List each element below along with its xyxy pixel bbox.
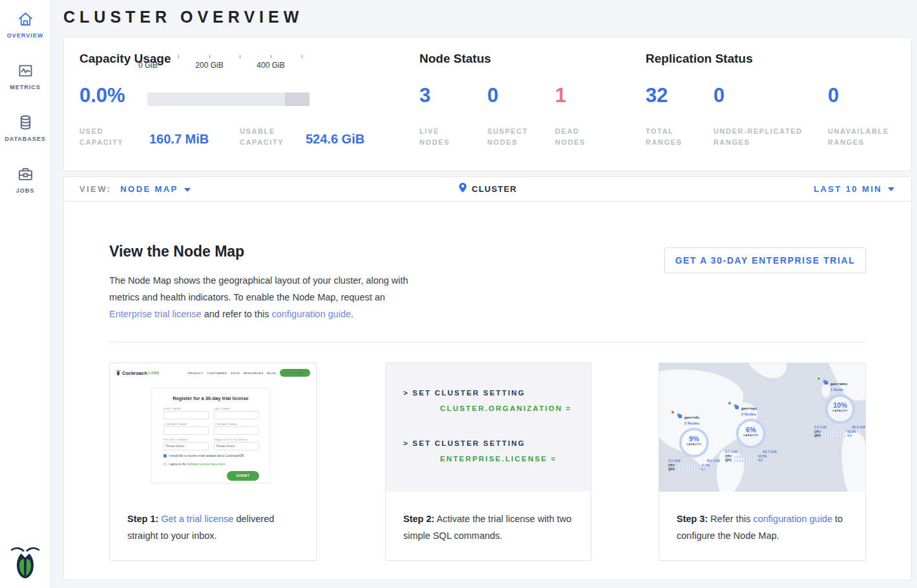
unavailable-ranges-label: UNAVAILABLERANGES bbox=[828, 126, 889, 148]
capacity-gauge-reserved-segment bbox=[285, 92, 310, 106]
sidebar-item-metrics[interactable]: METRICS bbox=[0, 62, 50, 90]
used-capacity-value: 160.7 MiB bbox=[149, 132, 209, 147]
cockroachdb-bug-logo bbox=[10, 545, 41, 580]
configuration-guide-link[interactable]: configuration guide bbox=[271, 309, 351, 319]
time-range-selector[interactable]: LAST 10 MIN bbox=[814, 177, 894, 201]
field-label: COMPANY EMAIL bbox=[214, 423, 238, 426]
map-region-nyc: geo=nyc2 Nodes 6% CAPACITY 3.7 GiB63.7 G… bbox=[724, 401, 778, 462]
used-capacity-label: USEDCAPACITY bbox=[79, 126, 123, 148]
total-ranges-value: 32 bbox=[646, 84, 668, 107]
get-enterprise-trial-button[interactable]: GET A 30-DAY ENTERPRISE TRIAL bbox=[664, 247, 866, 273]
gauge-tick bbox=[302, 55, 302, 58]
breadcrumb-cluster: CLUSTER bbox=[472, 184, 517, 194]
sql-commands-thumbnail: > SET CLUSTER SETTING CLUSTER.ORGANIZATI… bbox=[386, 363, 591, 492]
databases-icon bbox=[0, 114, 50, 131]
chevron-down-icon bbox=[888, 187, 894, 191]
submit-pill: SUBMIT bbox=[227, 471, 259, 481]
jobs-icon bbox=[0, 165, 50, 183]
reason-select: Please Select bbox=[214, 442, 259, 450]
sql-line: > SET CLUSTER SETTING bbox=[403, 389, 525, 397]
step-2-card: > SET CLUSTER SETTING CLUSTER.ORGANIZATI… bbox=[385, 362, 591, 561]
cockroach-labs-logo: Cockroach LABS bbox=[116, 370, 159, 376]
site-nav-item: PRODUCT bbox=[187, 372, 203, 375]
gauge-tick bbox=[240, 55, 240, 58]
project-phase-select: Please Select bbox=[163, 442, 209, 450]
site-nav: PRODUCT CUSTOMERS DOCS RESOURCES BLOG DO… bbox=[187, 369, 310, 377]
capacity-ring: 6% CAPACITY bbox=[736, 419, 766, 448]
map-region-sfo: geo=sfo2 Nodes 9% CAPACITY 3.2 GiB351 Gi… bbox=[667, 410, 721, 471]
live-node-dot bbox=[728, 401, 732, 405]
enterprise-trial-license-link[interactable]: Enterprise trial license bbox=[109, 309, 202, 319]
field-label: PROJECT PHASE bbox=[163, 438, 187, 441]
last-name-input bbox=[214, 411, 259, 419]
unavailable-ranges-value: 0 bbox=[828, 84, 839, 107]
field-label: REASON FOR INTEREST bbox=[214, 438, 248, 441]
get-trial-license-link[interactable]: Get a trial license bbox=[161, 514, 233, 524]
sidebar-item-label: DATABASES bbox=[0, 136, 50, 142]
sidebar-item-label: JOBS bbox=[0, 187, 50, 194]
capacity-percent: 0.0% bbox=[79, 84, 125, 107]
site-nav-item: BLOG bbox=[267, 372, 276, 375]
sidebar-item-jobs[interactable]: JOBS bbox=[0, 165, 50, 194]
step-1-card: Cockroach LABS PRODUCT CUSTOMERS DOCS RE… bbox=[109, 362, 317, 561]
section-divider bbox=[109, 342, 866, 342]
form-title: Register for a 30-day trial license bbox=[152, 395, 269, 401]
under-replicated-ranges-label: UNDER-REPLICATEDRANGES bbox=[713, 126, 803, 148]
live-node-dot bbox=[817, 377, 821, 381]
description-text: . bbox=[351, 309, 353, 319]
view-bar: VIEW: NODE MAP CLUSTER LAST 10 MIN bbox=[63, 176, 912, 202]
live-nodes-value: 3 bbox=[419, 84, 430, 107]
download-pill: DOWNLOAD bbox=[280, 369, 310, 377]
capacity-ring: 10% CAPACITY bbox=[825, 394, 855, 424]
usable-capacity-value: 524.6 GiB bbox=[306, 132, 364, 147]
sql-line: ENTERPRISE.LICENSE = bbox=[440, 455, 556, 463]
registration-page-thumbnail: Cockroach LABS PRODUCT CUSTOMERS DOCS RE… bbox=[110, 363, 316, 496]
trial-license-form: Register for a 30-day trial license FIRS… bbox=[151, 388, 270, 483]
map-region-ams: geo=ams1 Node 10% CAPACITY 3.6 GiB36.6 G… bbox=[813, 376, 865, 437]
gauge-tick bbox=[271, 55, 271, 58]
under-replicated-ranges-value: 0 bbox=[713, 84, 724, 107]
node-map-description: The Node Map shows the geographical layo… bbox=[109, 272, 412, 322]
sidebar-item-databases[interactable]: DATABASES bbox=[0, 114, 50, 142]
node-cube-icon bbox=[677, 410, 682, 421]
step-1-caption: Step 1: Get a trial license delivered st… bbox=[127, 510, 302, 544]
site-nav-item: RESOURCES bbox=[244, 372, 264, 375]
cluster-summary-card: Capacity Usage 0.0% 0 GiB 200 GiB 400 Gi… bbox=[63, 37, 912, 171]
capacity-ring: 9% CAPACITY bbox=[679, 428, 709, 457]
sidebar-item-overview[interactable]: OVERVIEW bbox=[0, 10, 50, 39]
sidebar-item-label: METRICS bbox=[0, 84, 50, 90]
gauge-tick-label: 400 GiB bbox=[257, 61, 284, 70]
usable-capacity-label: USABLECAPACITY bbox=[240, 126, 284, 148]
company-email-input bbox=[214, 426, 259, 435]
location-pin-icon bbox=[458, 182, 467, 196]
capacity-gauge bbox=[147, 92, 310, 106]
dead-nodes-label: DEADNODES bbox=[555, 126, 585, 148]
node-status-title: Node Status bbox=[419, 52, 491, 66]
metrics-icon bbox=[0, 62, 50, 79]
configuration-guide-link[interactable]: configuration guide bbox=[753, 514, 832, 524]
field-label: LAST NAME bbox=[214, 407, 230, 410]
view-selector[interactable]: NODE MAP bbox=[120, 184, 190, 194]
view-selected-value: NODE MAP bbox=[120, 184, 178, 194]
dead-node-dot bbox=[671, 410, 675, 414]
suspect-nodes-value: 0 bbox=[487, 84, 498, 107]
total-ranges-label: TOTALRANGES bbox=[646, 126, 682, 148]
home-icon bbox=[0, 10, 50, 28]
company-name-input bbox=[163, 426, 209, 435]
description-text: and refer to this bbox=[202, 309, 272, 319]
field-label: COMPANY NAME bbox=[163, 423, 187, 426]
step-3-card: geo=sfo2 Nodes 9% CAPACITY 3.2 GiB351 Gi… bbox=[659, 362, 866, 561]
chevron-down-icon bbox=[184, 188, 191, 192]
node-map-thumbnail: geo=sfo2 Nodes 9% CAPACITY 3.2 GiB351 Gi… bbox=[659, 363, 865, 492]
node-map-title: View the Node Map bbox=[109, 243, 244, 260]
node-cube-icon bbox=[733, 401, 739, 412]
sql-line: > SET CLUSTER SETTING bbox=[403, 439, 525, 447]
step-2-caption: Step 2: Activate the trial license with … bbox=[403, 510, 578, 544]
node-cube-icon bbox=[823, 376, 828, 388]
gauge-tick bbox=[147, 55, 148, 58]
live-nodes-label: LIVENODES bbox=[419, 126, 450, 148]
sidebar-item-label: OVERVIEW bbox=[0, 32, 50, 39]
sql-line: CLUSTER.ORGANIZATION = bbox=[440, 404, 572, 412]
step-3-caption: Step 3: Refer this configuration guide t… bbox=[677, 510, 851, 544]
gauge-tick bbox=[178, 55, 179, 58]
